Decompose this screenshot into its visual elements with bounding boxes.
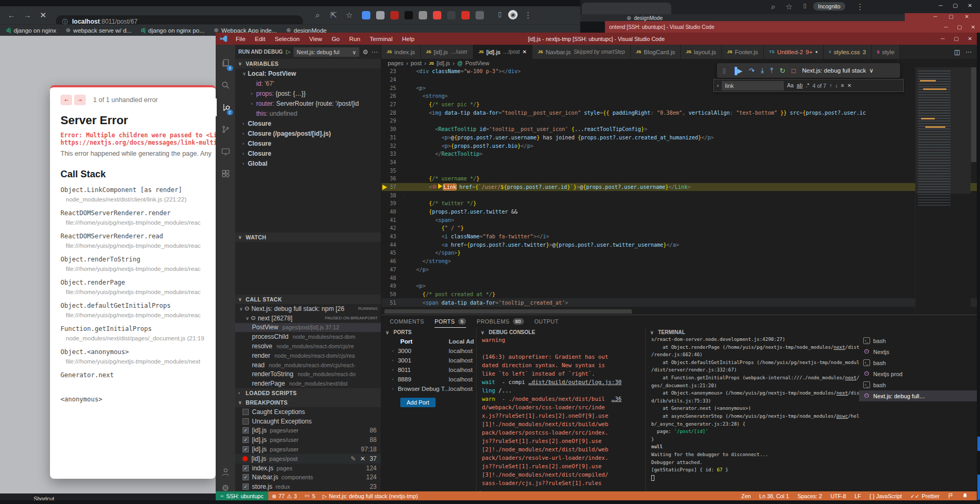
port-row[interactable]: ◦8011localhost xyxy=(381,365,476,375)
ports-indicator[interactable]: 5 xyxy=(300,493,319,499)
port-row[interactable]: ◦Browser Debug T...localhost xyxy=(381,384,476,394)
extension-icon[interactable] xyxy=(390,11,399,19)
extensions-icon[interactable] xyxy=(216,165,235,183)
variable-row[interactable]: ›Closure xyxy=(235,118,381,128)
tab-untitled-2[interactable]: TSUntitled-2 9+● xyxy=(764,45,823,59)
port-address[interactable]: localhost xyxy=(449,376,472,382)
code-line[interactable]: 37 <Link href={`/user/${props.post?.user… xyxy=(381,183,977,191)
breakpoint-checkbox[interactable] xyxy=(243,409,249,415)
breakpoint-checkbox[interactable]: ✓ xyxy=(243,483,249,490)
bookmark-item[interactable]: djdjango on nginx po... xyxy=(141,27,205,34)
code-line[interactable]: 41 <span> xyxy=(381,216,977,224)
run-debug-icon[interactable]: 2 xyxy=(216,98,235,116)
code-line[interactable]: 39 {/* twitter */} xyxy=(381,199,977,208)
callstack-section-header[interactable]: ∨CALL STACK xyxy=(235,295,381,304)
status-item[interactable]: ✓✓Prettier xyxy=(907,493,943,499)
close-icon[interactable]: ✕ xyxy=(960,14,974,19)
callstack-row[interactable]: readnode_modules/react-dom/cjs/react- xyxy=(235,360,381,370)
share-icon[interactable]: ⇱ xyxy=(327,11,340,20)
step-out-icon[interactable]: ⤒ xyxy=(770,66,773,75)
incognito-search-icon[interactable]: ⌕ xyxy=(767,2,780,12)
stop-icon[interactable]: □ xyxy=(792,67,796,75)
code-line[interactable]: 31 <p>@{props.post?.user.username} has j… xyxy=(381,134,977,142)
code-line[interactable]: 38 xyxy=(381,191,977,199)
incognito-close-icon[interactable]: ✕ xyxy=(963,3,977,8)
callstack-row[interactable]: ∨ⵙnext [26278]PAUSED ON BREAKPOINT xyxy=(235,314,381,323)
launch-config-select[interactable]: Next.js: debug ful∨ xyxy=(294,47,359,57)
tab-navbar-js[interactable]: JSNavbar.jsSkipped by smartStep xyxy=(532,45,631,59)
close-icon[interactable]: ✕ xyxy=(963,36,977,42)
port-address[interactable]: localhost xyxy=(449,348,472,354)
extension-icon[interactable] xyxy=(362,11,370,19)
feedback-icon[interactable] xyxy=(944,493,957,499)
incognito-minimize-icon[interactable]: ─ xyxy=(934,3,947,8)
terminal-tab[interactable]: ›_bash xyxy=(859,357,977,368)
explorer-icon[interactable]: 3 xyxy=(216,54,235,72)
breakpoint-row[interactable]: ✓store.jsredux23 xyxy=(235,482,381,491)
code-line[interactable]: 40 {props.post?.user.twitter && xyxy=(381,208,977,216)
tab-layout-js[interactable]: JSlayout.js xyxy=(681,45,722,59)
find-prev-icon[interactable]: ↑ xyxy=(830,83,832,88)
prev-error-icon[interactable]: ← xyxy=(60,95,72,105)
status-item[interactable]: { } JavaScript xyxy=(866,493,906,499)
breakpoint-row[interactable]: ✓[id].jspages/user86 xyxy=(235,426,381,436)
extension-icon[interactable] xyxy=(405,11,413,19)
close-icon[interactable]: ✕ xyxy=(966,24,980,30)
code-line[interactable]: 51 <span data-tip data-for='tooltip__cre… xyxy=(381,298,977,307)
code-line[interactable]: 29 xyxy=(381,117,977,125)
terminal-tab[interactable]: ⵙNextjs prod xyxy=(859,368,977,379)
variable-row[interactable]: ›Global xyxy=(235,158,381,168)
callstack-row[interactable]: rendernode_modules/react-dom/cjs/rea xyxy=(235,351,381,360)
add-port-button[interactable]: Add Port xyxy=(400,398,436,407)
maximize-icon[interactable]: ▢ xyxy=(949,36,963,42)
menu-terminal[interactable]: Terminal xyxy=(365,36,397,42)
callstack-row[interactable]: PostViewpages/post/[id].js 37:12 xyxy=(235,323,381,332)
gear-icon[interactable]: ⚙ xyxy=(362,48,368,56)
code-line[interactable]: 33 </ReactTooltip> xyxy=(381,150,977,158)
continue-icon[interactable]: ▐▶ xyxy=(732,67,742,75)
variable-row[interactable]: ›router: ServerRouter {route: '/post/[id xyxy=(235,98,381,108)
terminal-tab[interactable]: ›_bash xyxy=(859,379,977,390)
tab--id-js[interactable]: JS[id].js…/user xyxy=(421,45,473,59)
panel-tab-output[interactable]: OUTPUT xyxy=(534,315,559,328)
status-item[interactable]: UTF-8 xyxy=(827,493,850,499)
editor-scrollbar[interactable] xyxy=(971,67,977,315)
variable-row[interactable]: id: '67' xyxy=(235,78,381,88)
watch-section-header[interactable]: ∨WATCH xyxy=(235,233,381,242)
extension-icon[interactable] xyxy=(433,11,441,19)
find-input[interactable]: link xyxy=(722,81,784,90)
breadcrumb-item[interactable]: PostView xyxy=(465,60,489,66)
match-case-icon[interactable]: Aa xyxy=(787,83,793,88)
code-line[interactable]: 45 </span>} xyxy=(381,249,977,257)
callstack-row[interactable]: renderPagenode_modules/next/dist xyxy=(235,379,381,388)
code-line[interactable]: 49 <p> xyxy=(381,282,977,290)
breakpoint-checkbox[interactable] xyxy=(243,418,249,425)
inline-breakpoint-icon[interactable] xyxy=(432,185,437,189)
edit-breakpoint-icon[interactable]: ✎ xyxy=(351,455,360,462)
menu-help[interactable]: Help xyxy=(397,36,419,42)
bookmark-star-icon[interactable]: ☆ xyxy=(343,11,356,20)
breakpoint-row[interactable]: [id].jspages/post✎✕37 xyxy=(235,454,381,463)
minimize-icon[interactable]: ─ xyxy=(936,36,949,42)
incognito-maximize-icon[interactable]: ▢ xyxy=(948,3,962,8)
breakpoint-row[interactable]: ✓[id].jspages/user97:18 xyxy=(235,445,381,454)
extension-icon[interactable] xyxy=(376,11,385,19)
code-line[interactable]: 32 <p>{props.post?.user.bio}</p> xyxy=(381,142,977,150)
extension-icon[interactable] xyxy=(476,11,484,19)
tab--id-js[interactable]: JS[id].js…/post✕ xyxy=(473,45,533,59)
terminal-tab[interactable]: ›_bash xyxy=(859,335,977,346)
breakpoint-row[interactable]: Caught Exceptions xyxy=(235,407,381,417)
split-editor-icon[interactable]: ◫ xyxy=(954,48,960,56)
menu-go[interactable]: Go xyxy=(327,36,344,42)
callstack-row[interactable]: renderToStringnode_modules/react-do xyxy=(235,370,381,379)
editor-horizontal-scrollbar[interactable] xyxy=(385,309,632,314)
breakpoint-row[interactable]: ✓Navbar.jscomponents124 xyxy=(235,473,381,482)
account-icon[interactable] xyxy=(216,463,235,481)
maximize-icon[interactable]: ▢ xyxy=(953,24,966,30)
extension-icon[interactable] xyxy=(461,11,470,19)
tab-styles-css[interactable]: #styles.css 3 xyxy=(824,45,872,59)
incognito-star-icon[interactable]: ☆ xyxy=(783,2,795,12)
bell-icon[interactable] xyxy=(958,493,972,499)
code-line[interactable]: 50 {/* post created at */} xyxy=(381,290,977,299)
breakpoint-row[interactable]: ✓index.jspages124 xyxy=(235,463,381,473)
